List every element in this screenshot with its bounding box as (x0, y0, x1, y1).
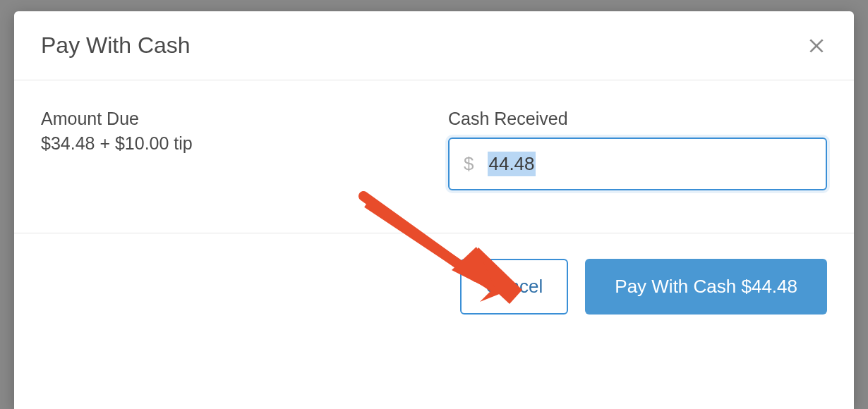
amount-due-section: Amount Due $34.48 + $10.00 tip (41, 109, 420, 190)
close-icon (807, 37, 826, 55)
amount-due-value: $34.48 + $10.00 tip (41, 133, 420, 154)
cash-received-section: Cash Received $ 44.48 (448, 109, 827, 190)
dollar-icon: $ (464, 153, 474, 175)
close-button[interactable] (806, 35, 827, 56)
cancel-button[interactable]: Cancel (460, 259, 568, 315)
cash-received-input[interactable]: 44.48 (488, 152, 535, 176)
cash-received-label: Cash Received (448, 109, 827, 129)
modal-header: Pay With Cash (14, 11, 854, 80)
modal-footer: Cancel Pay With Cash $44.48 (14, 233, 854, 340)
pay-with-cash-button[interactable]: Pay With Cash $44.48 (585, 259, 827, 315)
amount-due-label: Amount Due (41, 109, 420, 129)
modal-title: Pay With Cash (41, 32, 191, 59)
cash-received-input-wrapper[interactable]: $ 44.48 (448, 138, 827, 190)
pay-with-cash-modal: Pay With Cash Amount Due $34.48 + $10.00… (14, 11, 854, 409)
modal-body: Amount Due $34.48 + $10.00 tip Cash Rece… (14, 80, 854, 233)
